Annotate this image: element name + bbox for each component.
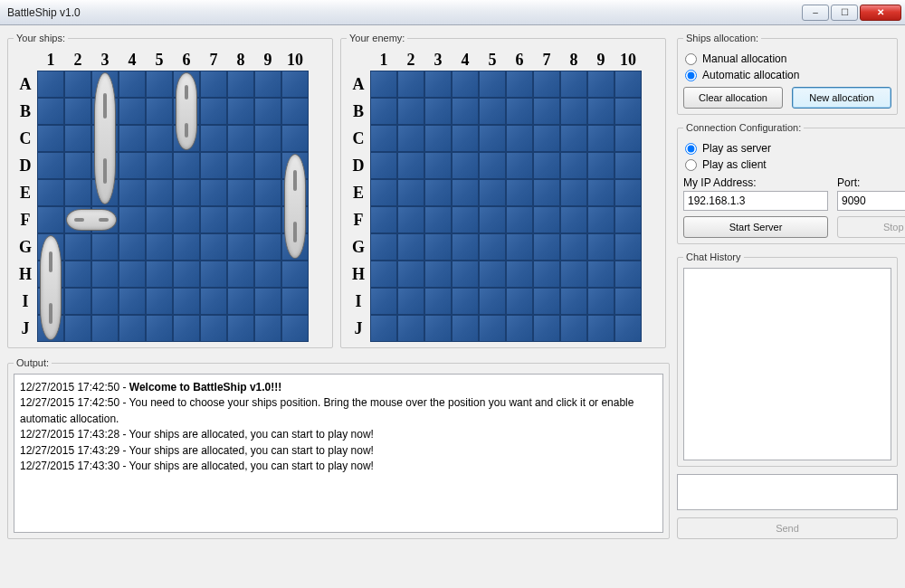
- grid-cell[interactable]: [506, 288, 533, 315]
- grid-cell[interactable]: [533, 98, 560, 125]
- grid-cell[interactable]: [479, 179, 506, 206]
- grid-cell[interactable]: [370, 152, 397, 179]
- grid-cell[interactable]: [614, 179, 642, 206]
- grid-cell[interactable]: [37, 179, 64, 206]
- grid-cell[interactable]: [37, 206, 64, 233]
- port-input[interactable]: [837, 191, 905, 211]
- grid-cell[interactable]: [560, 288, 587, 315]
- grid-cell[interactable]: [397, 315, 424, 342]
- grid-cell[interactable]: [479, 288, 506, 315]
- grid-cell[interactable]: [227, 98, 254, 125]
- your-ships-grid[interactable]: 12345678910 ABCDEFGHIJ: [14, 49, 309, 342]
- grid-cell[interactable]: [370, 233, 397, 261]
- grid-cell[interactable]: [254, 98, 281, 125]
- grid-cell[interactable]: [37, 152, 64, 179]
- grid-cell[interactable]: [560, 98, 587, 125]
- grid-cell[interactable]: [119, 125, 146, 152]
- grid-cell[interactable]: [397, 206, 424, 233]
- grid-cell[interactable]: [64, 125, 91, 152]
- grid-cell[interactable]: [64, 233, 91, 261]
- grid-cell[interactable]: [560, 206, 587, 233]
- grid-cell[interactable]: [479, 98, 506, 125]
- grid-cell[interactable]: [587, 179, 614, 206]
- grid-cell[interactable]: [64, 288, 91, 315]
- chat-input[interactable]: [677, 474, 898, 510]
- grid-cell[interactable]: [370, 315, 397, 342]
- grid-cell[interactable]: [173, 206, 200, 233]
- grid-cell[interactable]: [479, 152, 506, 179]
- grid-cell[interactable]: [614, 98, 642, 125]
- grid-cell[interactable]: [146, 98, 173, 125]
- grid-cell[interactable]: [146, 152, 173, 179]
- grid-cell[interactable]: [614, 125, 642, 152]
- grid-cell[interactable]: [560, 315, 587, 342]
- grid-cell[interactable]: [533, 233, 560, 261]
- automatic-allocation-radio[interactable]: Automatic allocation: [685, 69, 890, 81]
- grid-cell[interactable]: [119, 179, 146, 206]
- grid-cell[interactable]: [119, 71, 146, 98]
- grid-cell[interactable]: [397, 98, 424, 125]
- grid-cell[interactable]: [254, 288, 281, 315]
- grid-cell[interactable]: [200, 261, 227, 288]
- grid-cell[interactable]: [281, 315, 309, 342]
- grid-cell[interactable]: [424, 179, 452, 206]
- grid-cell[interactable]: [281, 261, 309, 288]
- grid-cell[interactable]: [370, 71, 397, 98]
- grid-cell[interactable]: [200, 152, 227, 179]
- new-allocation-button[interactable]: New allocation: [792, 87, 891, 109]
- grid-cell[interactable]: [587, 261, 614, 288]
- grid-cell[interactable]: [424, 288, 452, 315]
- grid-cell[interactable]: [146, 261, 173, 288]
- grid-cell[interactable]: [370, 206, 397, 233]
- grid-cell[interactable]: [533, 261, 560, 288]
- grid-cell[interactable]: [254, 233, 281, 261]
- grid-cell[interactable]: [424, 152, 452, 179]
- grid-cell[interactable]: [424, 233, 452, 261]
- grid-cell[interactable]: [424, 261, 452, 288]
- grid-cell[interactable]: [254, 261, 281, 288]
- grid-cell[interactable]: [479, 233, 506, 261]
- grid-cell[interactable]: [173, 288, 200, 315]
- ship[interactable]: [40, 235, 62, 340]
- grid-cell[interactable]: [506, 152, 533, 179]
- ip-input[interactable]: [683, 191, 828, 211]
- grid-cell[interactable]: [560, 261, 587, 288]
- grid-cell[interactable]: [200, 71, 227, 98]
- grid-cell[interactable]: [146, 288, 173, 315]
- grid-cell[interactable]: [146, 179, 173, 206]
- grid-cell[interactable]: [424, 315, 452, 342]
- grid-cell[interactable]: [533, 288, 560, 315]
- grid-cell[interactable]: [119, 152, 146, 179]
- grid-cell[interactable]: [587, 233, 614, 261]
- grid-cell[interactable]: [37, 125, 64, 152]
- grid-cell[interactable]: [37, 98, 64, 125]
- grid-cell[interactable]: [479, 261, 506, 288]
- grid-cell[interactable]: [533, 315, 560, 342]
- grid-cell[interactable]: [64, 315, 91, 342]
- grid-cell[interactable]: [424, 125, 452, 152]
- grid-cell[interactable]: [173, 152, 200, 179]
- grid-cell[interactable]: [506, 315, 533, 342]
- grid-cell[interactable]: [424, 98, 452, 125]
- grid-cell[interactable]: [227, 315, 254, 342]
- grid-cell[interactable]: [587, 288, 614, 315]
- grid-cell[interactable]: [452, 233, 479, 261]
- grid-cell[interactable]: [254, 152, 281, 179]
- play-as-server-radio[interactable]: Play as server: [685, 142, 905, 155]
- grid-cell[interactable]: [560, 233, 587, 261]
- grid-cell[interactable]: [397, 71, 424, 98]
- grid-cell[interactable]: [614, 152, 642, 179]
- grid-cell[interactable]: [91, 315, 119, 342]
- grid-cell[interactable]: [614, 233, 642, 261]
- grid-cell[interactable]: [281, 125, 309, 152]
- grid-cell[interactable]: [587, 71, 614, 98]
- grid-cell[interactable]: [506, 233, 533, 261]
- clear-allocation-button[interactable]: Clear allocation: [683, 87, 783, 109]
- grid-cell[interactable]: [424, 71, 452, 98]
- grid-cell[interactable]: [200, 98, 227, 125]
- grid-cell[interactable]: [506, 261, 533, 288]
- grid-cell[interactable]: [146, 315, 173, 342]
- ship[interactable]: [66, 209, 117, 231]
- grid-cell[interactable]: [452, 125, 479, 152]
- ship[interactable]: [94, 72, 116, 204]
